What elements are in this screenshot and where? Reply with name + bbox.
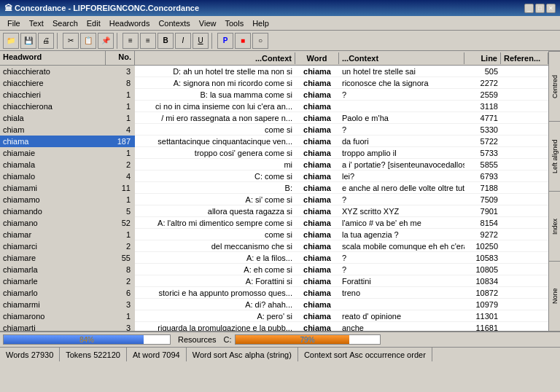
headword-word: chiacchiere (0, 79, 106, 87)
headword-list-item[interactable]: chiamarmi3 (0, 299, 135, 310)
headword-word: chiacchierona (0, 102, 106, 111)
headword-list-item[interactable]: chiamano52 (0, 217, 135, 229)
concordance-row[interactable]: C: come si chiama lei? 6793 (135, 170, 548, 182)
headword-list-item[interactable]: chiamare55 (0, 252, 135, 264)
concordance-row[interactable]: come si chiama la tua agenzia ? 9272 (135, 229, 548, 240)
menu-search[interactable]: Search (48, 17, 82, 29)
headword-list[interactable]: chiacchierato3chiacchiere8chiacchieri1ch… (0, 66, 135, 331)
toolbar: 📁 💾 🖨 ✂ 📋 📌 ≡ ≡ B I U P ■ ○ (0, 31, 560, 51)
menu-contexts[interactable]: Contexts (154, 17, 194, 29)
concordance-row[interactable]: A: eh come si chiama ? 10805 (135, 264, 548, 275)
concordance-row[interactable]: storici e ha appunto promosso ques... ch… (135, 287, 548, 299)
toolbar-align-center-btn[interactable]: ≡ (140, 33, 156, 49)
concordance-row[interactable]: del meccanismo che si chiama scala mobil… (135, 240, 548, 252)
conc-line-num: 6793 (464, 172, 501, 181)
headword-list-item[interactable]: chiala1 (0, 112, 135, 124)
headword-list-item[interactable]: chiamala2 (0, 159, 135, 170)
headword-list-item[interactable]: chiama187 (0, 136, 135, 147)
conc-right-context: ? (339, 254, 464, 262)
toolbar-clear-btn[interactable]: ○ (252, 33, 268, 49)
conc-line-num: 5330 (464, 125, 501, 134)
menu-view[interactable]: View (195, 17, 221, 29)
headword-word: chiamarle (0, 277, 106, 286)
conc-keyword: chiama (295, 265, 339, 274)
menu-help[interactable]: Help (248, 17, 273, 29)
toolbar-bold-btn[interactable]: B (158, 33, 174, 49)
headword-list-item[interactable]: chiamami11 (0, 182, 135, 194)
concordance-row[interactable]: A: e la filos... chiama ? 10583 (135, 252, 548, 264)
side-label-left-aligned[interactable]: Left aligned (549, 121, 560, 191)
conc-left-context: troppo cosi' genera come si (135, 149, 295, 157)
headword-count: 2 (106, 277, 135, 286)
headword-word: chiacchieri (0, 90, 106, 99)
concordance-row[interactable]: settantacinque cinquantacinque ven... ch… (135, 136, 548, 147)
concordance-row[interactable]: allora questa ragazza si chiama XYZ scri… (135, 205, 548, 217)
concordance-body[interactable]: D: ah un hotel tre stelle ma non si chia… (135, 66, 548, 331)
headword-list-item[interactable]: chiamarono1 (0, 310, 135, 322)
conc-keyword: chiama (295, 125, 339, 134)
toolbar-open-btn[interactable]: 📁 (3, 33, 19, 49)
concordance-row[interactable]: A: pero' si chiama reato d' opinione 113… (135, 310, 548, 322)
concordance-row[interactable]: A: signora non mi ricordo come si chiama… (135, 77, 548, 89)
menu-headwords[interactable]: Headwords (105, 17, 155, 29)
menu-edit[interactable]: Edit (82, 17, 105, 29)
concordance-row[interactable]: D: ah un hotel tre stelle ma non si chia… (135, 66, 548, 77)
headword-list-item[interactable]: chiamar1 (0, 229, 135, 240)
headword-list-item[interactable]: chiamando5 (0, 205, 135, 217)
concordance-row[interactable]: mi chiama a i' portatie? [sisenteunavoce… (135, 159, 548, 170)
toolbar-align-left-btn[interactable]: ≡ (122, 33, 139, 49)
toolbar-copy-btn[interactable]: 📋 (80, 33, 96, 49)
headword-list-item[interactable]: chiamarci2 (0, 240, 135, 252)
headword-list-item[interactable]: chiacchierona1 (0, 101, 135, 112)
headword-list-item[interactable]: chiam4 (0, 124, 135, 136)
tokens-cell: Tokens 522120 (60, 348, 127, 361)
concordance-row[interactable]: A: Forattini si chiama Forattini 10834 (135, 275, 548, 287)
minimize-button[interactable]: _ (524, 4, 534, 13)
headword-list-item[interactable]: chiamaie1 (0, 147, 135, 159)
toolbar-paste-btn[interactable]: 📌 (98, 33, 114, 49)
concordance-row[interactable]: B: chiama e anche al nero delle volte ol… (135, 182, 548, 194)
close-button[interactable]: ✕ (546, 4, 556, 13)
menu-text[interactable]: Text (25, 17, 48, 29)
headword-list-item[interactable]: chiamarla8 (0, 264, 135, 275)
headword-count: 4 (106, 172, 135, 181)
headword-count: 2 (106, 160, 135, 169)
concordance-row[interactable]: come si chiama ? 5330 (135, 124, 548, 136)
headword-list-item[interactable]: chiamarti3 (0, 322, 135, 331)
toolbar-save-btn[interactable]: 💾 (20, 33, 36, 49)
headword-list-item[interactable]: chiamarlo6 (0, 287, 135, 299)
concordance-row[interactable]: A: l'altro mi dimentico sempre come si c… (135, 217, 548, 229)
concordance-row[interactable]: A: si' come si chiama ? 7509 (135, 194, 548, 205)
toolbar-color-red-btn[interactable]: ■ (235, 33, 251, 49)
tokens-value: 522120 (93, 350, 120, 359)
headword-count: 8 (106, 265, 135, 274)
concordance-row[interactable]: riguarda la promulgazione e la pubb... c… (135, 322, 548, 331)
toolbar-print-btn[interactable]: 🖨 (38, 33, 54, 49)
headword-list-item[interactable]: chiamalo4 (0, 170, 135, 182)
toolbar-cut-btn[interactable]: ✂ (63, 33, 79, 49)
headword-list-item[interactable]: chiacchieri1 (0, 89, 135, 101)
concordance-row[interactable]: ci no in cima insieme con lui c'era an..… (135, 101, 548, 112)
menu-tools[interactable]: Tools (220, 17, 248, 29)
toolbar-color-p-btn[interactable]: P (217, 33, 233, 49)
concordance-row[interactable]: B: la sua mamma come si chiama ? 2559 (135, 89, 548, 101)
headword-list-item[interactable]: chiacchiere8 (0, 77, 135, 89)
conc-line-num: 11301 (464, 312, 501, 321)
concordance-row[interactable]: / mi ero rassegnata a non sapere n... ch… (135, 112, 548, 124)
toolbar-italic-btn[interactable]: I (175, 33, 191, 49)
info-status-bar: Words 27930 Tokens 522120 At word 7094 W… (0, 347, 560, 361)
maximize-button[interactable]: □ (535, 4, 545, 13)
concordance-row[interactable]: troppo cosi' genera come si chiama tropp… (135, 147, 548, 159)
headword-list-item[interactable]: chiamamo1 (0, 194, 135, 205)
left-progress-label: 84% (4, 336, 170, 344)
headword-list-item[interactable]: chiamarle2 (0, 275, 135, 287)
toolbar-underline-btn[interactable]: U (192, 33, 209, 49)
conc-keyword: chiama (295, 195, 339, 204)
side-label-centred[interactable]: Centred (549, 51, 560, 121)
headword-list-item[interactable]: chiacchierato3 (0, 66, 135, 77)
conc-right-context: Paolo e m'ha (339, 114, 464, 122)
side-label-none[interactable]: None (549, 261, 560, 331)
side-label-index[interactable]: Index (549, 191, 560, 261)
menu-file[interactable]: File (3, 17, 25, 29)
concordance-row[interactable]: A: di? ahah... chiama 10979 (135, 299, 548, 310)
